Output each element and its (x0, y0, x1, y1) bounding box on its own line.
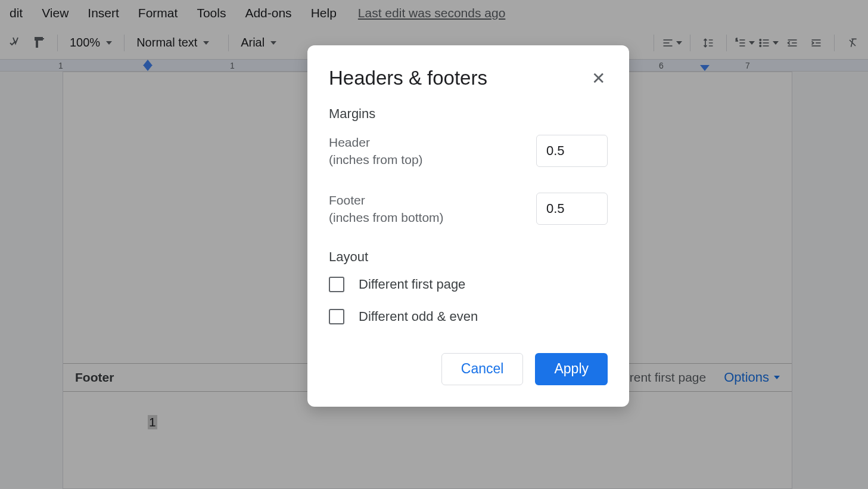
margins-section-title: Margins (329, 106, 608, 122)
headers-footers-dialog: Headers & footers ✕ Margins Header (inch… (307, 45, 629, 407)
checkbox-icon (329, 277, 344, 292)
layout-section-title: Layout (329, 249, 608, 265)
header-margin-label: Header (inches from top) (329, 134, 423, 169)
checkbox-icon (329, 309, 344, 324)
checkbox-label: Different first page (359, 277, 465, 292)
cancel-button[interactable]: Cancel (441, 353, 524, 385)
different-first-page-checkbox[interactable]: Different first page (329, 277, 608, 292)
dialog-title: Headers & footers (329, 67, 487, 89)
header-margin-input[interactable] (536, 135, 608, 167)
footer-margin-input[interactable] (536, 193, 608, 225)
checkbox-label: Different odd & even (359, 309, 478, 324)
apply-button[interactable]: Apply (535, 353, 608, 385)
footer-margin-label: Footer (inches from bottom) (329, 191, 444, 227)
different-odd-even-checkbox[interactable]: Different odd & even (329, 309, 608, 324)
close-icon[interactable]: ✕ (589, 69, 608, 88)
